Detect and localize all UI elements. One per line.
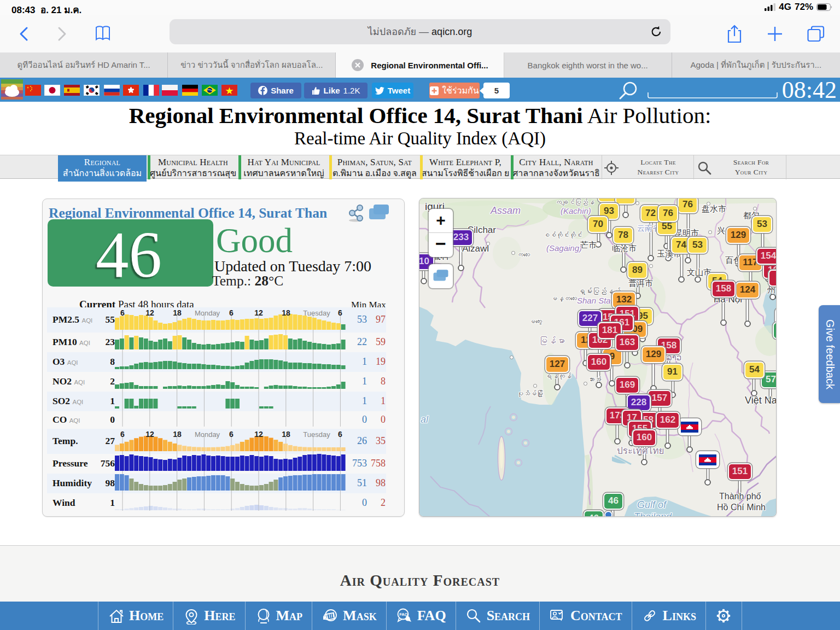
svg-text:FAQ: FAQ	[399, 612, 408, 617]
